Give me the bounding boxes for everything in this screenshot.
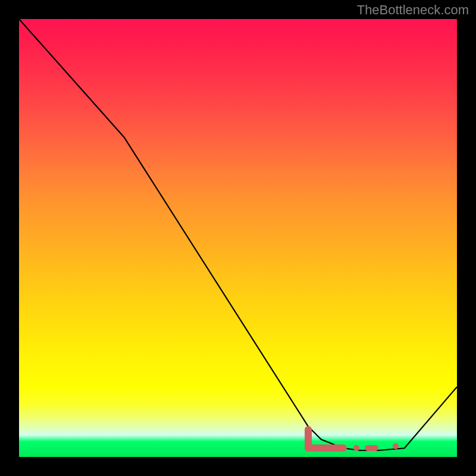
marker-dot [353,445,359,451]
plot-area [19,19,457,457]
bottleneck-curve [19,19,457,457]
marker-dot [393,443,399,449]
marker-l-horizontal [305,444,347,452]
marker-dash [365,445,378,451]
attribution-text: TheBottleneck.com [357,2,469,18]
